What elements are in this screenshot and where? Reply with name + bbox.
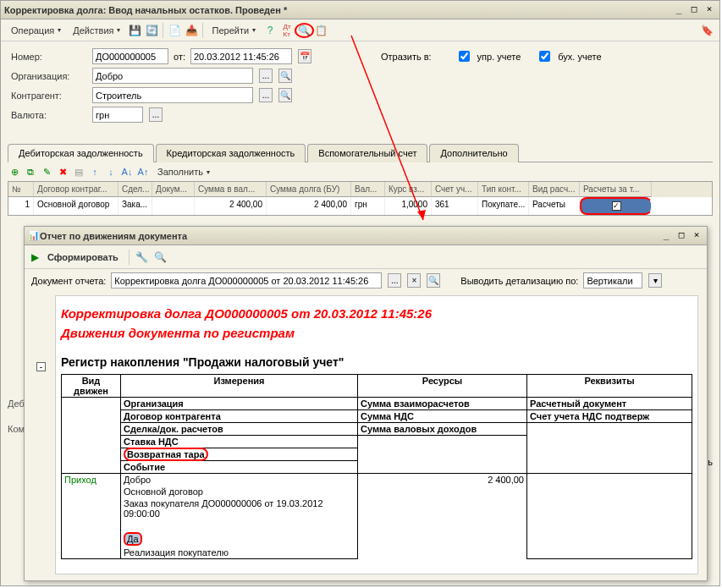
fill-menu[interactable]: Заполнить [152, 165, 215, 179]
move-up-icon[interactable]: ↑ [88, 165, 102, 179]
col-tip[interactable]: Тип конт... [478, 182, 529, 197]
move-down-icon[interactable]: ↓ [104, 165, 118, 179]
date-picker-button[interactable]: 📅 [298, 49, 311, 63]
cell-osndog: Основной договор [121, 486, 358, 497]
cell-dogovor: Основной договор [34, 197, 118, 215]
sort-desc-icon[interactable]: A↑ [136, 165, 150, 179]
actions-menu[interactable]: Действия [68, 24, 125, 37]
sort-asc-icon[interactable]: A↓ [120, 165, 134, 179]
currency-select-button[interactable]: ... [149, 107, 163, 122]
clear-icon[interactable]: ▤ [72, 165, 85, 179]
minimize-button[interactable]: _ [672, 4, 686, 16]
dtkt-icon[interactable]: ДтКт [279, 23, 295, 38]
delete-row-icon[interactable]: ✖ [56, 165, 69, 179]
structure-icon[interactable]: 📋 [313, 23, 328, 38]
collapse-toggle[interactable]: - [36, 362, 46, 371]
cell-sumdolg: 2 400,00 [267, 197, 351, 215]
row-sdel: Сделка/док. расчетов [121, 423, 358, 436]
col-dogovor[interactable]: Договор контраг... [34, 182, 118, 197]
org-label: Организация: [11, 71, 87, 81]
contr-select-button[interactable]: ... [259, 88, 273, 102]
cell-sdel: Зака... [118, 197, 152, 215]
row-sumnds: Сумма НДС [358, 410, 527, 423]
cell-empty-vid [62, 398, 121, 474]
col-sumval[interactable]: Сумма в вал... [195, 182, 267, 197]
org-open-button[interactable]: 🔍 [278, 69, 292, 83]
report-toolbar: ▶ Сформировать 🔧 🔍 [25, 245, 707, 269]
help-icon[interactable]: ? [262, 23, 278, 38]
edit-row-icon[interactable]: ✎ [40, 165, 53, 179]
doc-field[interactable]: Корректировка долга ДО000000005 от 20.03… [111, 272, 382, 289]
doc-icon[interactable]: 📄 [167, 23, 182, 38]
col-schet[interactable]: Счет уч... [432, 182, 478, 197]
org-field[interactable]: Добро [92, 68, 253, 84]
row-sumvz: Сумма взаиморасчетов [358, 398, 527, 410]
upr-checkbox[interactable] [459, 51, 470, 62]
col-sdel[interactable]: Сдел... [118, 182, 152, 197]
detail-select[interactable]: Вертикали [583, 272, 642, 289]
pinned-icon[interactable]: 🔖 [699, 23, 714, 38]
doc-label: Документ отчета: [31, 276, 106, 286]
doc-select-button[interactable]: ... [388, 273, 401, 288]
doc-open-button[interactable]: 🔍 [427, 273, 440, 288]
number-field[interactable]: ДО000000005 [92, 48, 168, 64]
table-row[interactable]: 1 Основной договор Зака... 2 400,00 2 40… [8, 197, 712, 215]
th-vid: Вид движен [62, 375, 121, 398]
tab-debit[interactable]: Дебиторская задолженность [8, 144, 154, 162]
cell-empty-rekv [527, 423, 692, 474]
col-sumdolg[interactable]: Сумма долга (БУ) [267, 182, 351, 197]
goto-menu[interactable]: Перейти [207, 24, 261, 37]
cell-realiz: Реализация покупателю [121, 547, 358, 559]
col-dokum[interactable]: Докум... [152, 182, 195, 197]
contr-field[interactable]: Строитель [92, 87, 253, 103]
register-name: Регистр накопления "Продажи налоговый уч… [61, 355, 692, 369]
col-vid[interactable]: Вид расч... [529, 182, 580, 197]
maximize-button[interactable]: □ [687, 4, 701, 16]
col-val[interactable]: Вал... [351, 182, 385, 197]
report-close-button[interactable]: × [690, 230, 703, 242]
form-button[interactable]: Сформировать [42, 250, 124, 264]
cell-da: Да [121, 531, 358, 547]
report-maximize-button[interactable]: □ [675, 230, 688, 242]
movements-report-icon[interactable]: 🔍 [296, 23, 311, 38]
org-select-button[interactable]: ... [259, 69, 273, 83]
cell-empty-res2 [358, 486, 527, 559]
operation-menu[interactable]: Операция [6, 24, 66, 37]
main-title-bar: Корректировка долга: Ввод начальных оста… [1, 1, 719, 19]
from-label: от: [174, 52, 185, 62]
settings-icon-2[interactable]: 🔧 [135, 250, 150, 265]
tab-aux[interactable]: Вспомогательный счет [307, 144, 427, 162]
col-raschety[interactable]: Расчеты за т... [580, 182, 652, 197]
tab-extra[interactable]: Дополнительно [429, 144, 518, 162]
close-button[interactable]: × [703, 4, 716, 16]
copy-row-icon[interactable]: ⧉ [24, 165, 37, 179]
col-n[interactable]: № [8, 182, 34, 197]
report-heading-2: Движения документа по регистрам [61, 326, 692, 340]
report-minimize-button[interactable]: _ [659, 230, 673, 242]
find-icon[interactable]: 🔍 [153, 250, 168, 265]
tabs: Дебиторская задолженность Кредиторская з… [8, 143, 713, 162]
play-icon: ▶ [31, 251, 39, 263]
currency-field[interactable]: грн [92, 107, 143, 123]
col-kurs[interactable]: Курс вз... [385, 182, 432, 197]
reflect-label: Отразить в: [381, 52, 432, 62]
row-schetnds: Счет учета НДС подтверж [527, 410, 692, 423]
tab-credit[interactable]: Кредиторская задолженность [156, 144, 306, 162]
row-org: Организация [121, 398, 358, 410]
report-title-bar: 📊 Отчет по движениям документа _ □ × [25, 227, 707, 245]
row-sumval: Сумма валовых доходов [358, 423, 527, 436]
detail-dropdown-button[interactable]: ▾ [648, 273, 662, 288]
cell-raschety[interactable]: ✓ [580, 197, 652, 215]
buh-checkbox[interactable] [539, 51, 550, 62]
post-icon[interactable]: 💾 [127, 23, 142, 38]
doc-clear-button[interactable]: × [407, 273, 421, 288]
add-row-icon[interactable]: ⊕ [8, 165, 21, 179]
cell-empty-res [358, 436, 527, 474]
cell-dobro: Добро [121, 474, 358, 486]
date-field[interactable]: 20.03.2012 11:45:26 [190, 48, 292, 64]
cell-kurs: 1,0000 [385, 197, 432, 215]
unpost-icon[interactable]: 📥 [184, 23, 199, 38]
cell-prihod: Приход [62, 474, 121, 559]
refresh-icon[interactable]: 🔄 [144, 23, 159, 38]
contr-open-button[interactable]: 🔍 [278, 88, 292, 102]
